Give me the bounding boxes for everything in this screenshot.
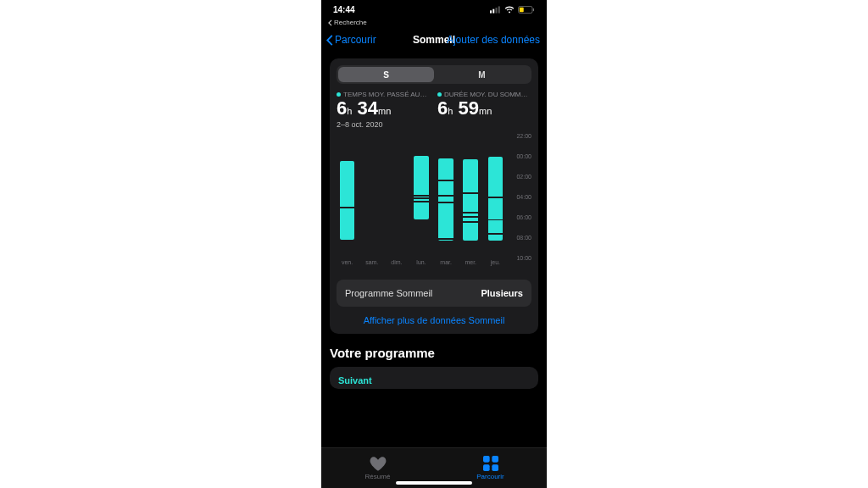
awake-gap: [438, 195, 453, 197]
x-axis: ven.sam.dim.lun.mar.mer.jeu.: [337, 259, 506, 271]
y-tick: 08:00: [516, 235, 531, 241]
signal-icon: [490, 6, 501, 14]
y-tick: 06:00: [516, 214, 531, 220]
wifi-icon: [504, 6, 515, 14]
hours: 6: [437, 97, 448, 119]
sleep-bar: [488, 157, 504, 240]
segment-week[interactable]: S: [338, 67, 434, 82]
battery-icon: [518, 6, 535, 14]
tab-label: Résumé: [365, 473, 391, 480]
nav-back-label: Parcourir: [335, 34, 376, 46]
unit-h: h: [347, 106, 352, 116]
day-column: [361, 136, 382, 258]
y-tick: 10:00: [516, 255, 531, 261]
day-column: [436, 136, 457, 258]
program-label: Programme Sommeil: [345, 288, 432, 298]
svg-rect-8: [492, 456, 498, 463]
hours: 6: [337, 97, 347, 119]
metric-sleep-duration: DURÉE MOY. DU SOMM… 6h 59mn: [437, 91, 531, 129]
awake-gap: [463, 221, 478, 223]
nav-add-data-button[interactable]: Ajouter des données: [447, 34, 540, 46]
y-tick: 00:00: [516, 153, 531, 159]
awake-gap: [414, 201, 429, 202]
status-time: 14:44: [333, 5, 355, 14]
awake-gap: [438, 180, 453, 181]
show-more-sleep-data-link[interactable]: Afficher plus de données Sommeil: [337, 307, 531, 327]
awake-gap: [438, 238, 453, 240]
awake-gap: [488, 197, 504, 198]
svg-rect-6: [533, 8, 534, 10]
awake-gap: [463, 216, 478, 218]
awake-gap: [414, 195, 429, 197]
segment-month[interactable]: M: [434, 67, 530, 82]
dot-icon: [337, 92, 341, 97]
unit-m: mn: [378, 106, 391, 116]
chart-area: [337, 136, 506, 258]
awake-gap: [488, 233, 504, 235]
period-segmented: S M: [337, 65, 531, 84]
sleep-bar: [463, 159, 478, 241]
grid-icon: [483, 456, 498, 471]
back-to-search[interactable]: Recherche: [321, 19, 547, 26]
status-icons: [490, 6, 535, 14]
unit-h: h: [448, 106, 453, 116]
sleep-bar: [438, 158, 453, 241]
nav-bar: Parcourir Sommeil Ajouter des données: [321, 26, 547, 53]
svg-rect-2: [496, 8, 498, 14]
day-column: [386, 136, 407, 258]
x-tick: sam.: [361, 259, 382, 271]
x-tick: jeu.: [485, 259, 506, 271]
svg-rect-10: [492, 464, 498, 471]
metric-label: TEMPS MOY. PASSÉ AU…: [337, 91, 431, 98]
x-tick: lun.: [410, 259, 431, 271]
tab-label: Parcourir: [476, 473, 504, 480]
day-column: [485, 136, 506, 258]
program-value: Plusieurs: [481, 288, 523, 298]
next-program-card[interactable]: Suivant: [330, 367, 538, 389]
minutes: 59: [459, 97, 479, 119]
svg-rect-7: [483, 456, 490, 463]
sleep-chart[interactable]: 22:0000:0002:0004:0006:0008:0010:00 ven.…: [337, 136, 531, 271]
sleep-program-row[interactable]: Programme Sommeil Plusieurs: [337, 280, 531, 307]
day-column: [460, 136, 481, 258]
svg-rect-5: [520, 7, 524, 12]
awake-gap: [438, 202, 453, 203]
x-tick: mer.: [460, 259, 481, 271]
home-indicator[interactable]: [396, 481, 472, 485]
date-range: 2–8 oct. 2020: [337, 120, 431, 129]
sleep-bar: [414, 156, 429, 219]
dot-icon: [437, 92, 442, 97]
chevron-left-icon: [326, 35, 333, 46]
svg-rect-0: [490, 10, 492, 13]
status-bar: 14:44: [321, 0, 547, 19]
x-tick: ven.: [337, 259, 358, 271]
metric-value: 6h 59mn: [437, 98, 531, 119]
section-title-program: Votre programme: [330, 346, 538, 360]
unit-m: mn: [479, 106, 492, 116]
awake-gap: [463, 212, 478, 214]
x-tick: mar.: [436, 259, 457, 271]
metric-value: 6h 34mn: [337, 98, 431, 119]
sleep-card: S M TEMPS MOY. PASSÉ AU… 6h 34mn 2–8 oct…: [330, 58, 538, 334]
y-tick: 22:00: [516, 133, 531, 139]
heart-icon: [370, 456, 387, 471]
sleep-bar: [340, 161, 355, 239]
awake-gap: [414, 197, 429, 199]
svg-rect-3: [498, 6, 500, 13]
nav-back-button[interactable]: Parcourir: [326, 34, 376, 46]
y-tick: 02:00: [516, 174, 531, 180]
x-tick: dim.: [386, 259, 407, 271]
metrics-row: TEMPS MOY. PASSÉ AU… 6h 34mn 2–8 oct. 20…: [337, 91, 531, 129]
awake-gap: [463, 192, 478, 194]
day-column: [337, 136, 358, 258]
day-column: [410, 136, 431, 258]
next-label: Suivant: [338, 375, 372, 385]
metric-time-in-bed: TEMPS MOY. PASSÉ AU… 6h 34mn 2–8 oct. 20…: [337, 91, 431, 129]
y-axis: 22:0000:0002:0004:0006:0008:0010:00: [508, 136, 531, 258]
scroll-area[interactable]: S M TEMPS MOY. PASSÉ AU… 6h 34mn 2–8 oct…: [321, 53, 547, 447]
y-tick: 04:00: [516, 194, 531, 200]
breadcrumb-label: Recherche: [334, 19, 367, 26]
phone-frame: 14:44 Recherche Parcourir Sommeil Ajoute…: [321, 0, 547, 488]
svg-rect-1: [492, 8, 494, 13]
svg-rect-9: [483, 464, 490, 471]
